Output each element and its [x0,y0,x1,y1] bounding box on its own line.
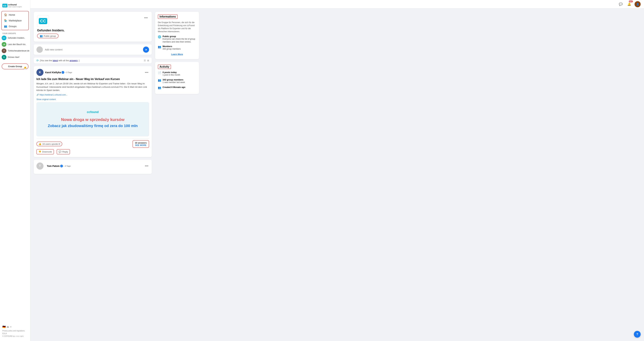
new-post-area: ➤ [34,44,152,55]
notice-answers-link[interactable]: answers [70,59,78,62]
informations-card: Informations Die Gruppe für Personen, di… [155,12,199,59]
messages-button[interactable]: 💬 [618,1,624,7]
verified-icon-2: ✓ [60,165,63,167]
main-content: CC ••• Gefunden Insiders. 👥 Public group… [30,9,266,341]
answers-section: 10 answers SEE MORE [132,140,149,148]
reply-button[interactable]: 💬 Reply [57,149,70,154]
sidebar-group-bauch[interactable]: LB Lass den Bauch los. [0,41,30,48]
people-icon: 👥 [158,79,161,82]
post-submit-button[interactable]: ➤ [143,47,149,53]
activity-posts-row: 📄 0 posts today 1 post in this month [158,71,196,77]
members-count: 343 group members [162,48,180,51]
nav-marketplace-label: Marketplace [9,19,22,22]
language-label: de [7,326,9,328]
nav-home[interactable]: 🏠 Home [2,12,28,18]
author-avatar-1: K [36,69,44,76]
author-name-2: Tom Patom ✓ • 4 Tage [47,165,71,167]
public-group-icon: 👥 [40,35,43,37]
nav-home-label: Home [9,14,15,16]
posts-month: 1 post in this month [162,74,180,77]
group-avatar-gefunden: CC [2,36,6,40]
public-group-badge[interactable]: 👥 Public group [37,34,58,38]
post2-time-sep: • [64,165,64,167]
reply-icon: 💬 [59,151,62,153]
user-avatar[interactable]: 👤 [634,1,641,7]
downvote-label: Downvote [42,151,52,153]
sidebar-group-gefunden[interactable]: CC Gefunden Insiders. [0,35,30,41]
nav-groups[interactable]: 👥 Groups [2,24,28,29]
downvote-button[interactable]: 👎 Downvote [36,149,54,154]
public-label: Public group [162,35,196,38]
public-group-row: 🌐 Public group Everyone can check the li… [158,35,196,43]
post-time-1: 3 Tage [66,71,72,73]
create-group-label: Create Group [8,65,22,68]
posts-today: 0 posts today [162,71,180,74]
language-selector[interactable]: 🇩🇪 de ▼ [2,325,28,328]
current-user-avatar [36,46,43,53]
user-avatar-icon: 👤 [636,3,639,6]
bell-icon: 🔔 [627,2,631,6]
nav-marketplace[interactable]: 🏪 Marketplace [2,18,28,24]
post-author-info: K Karol Kieltyka ✓ • 3 Tage [36,69,72,76]
post-title-1: Ich lade Sie zum Webinar ein - Neuer Weg… [36,78,149,81]
post-card-2: T Tom Patom ✓ • 4 Tage ••• [34,160,152,174]
preview-logo: ccfound [87,110,99,114]
upvote-section: 👍 16 users upvote it! 10 answers SEE MOR… [36,140,149,148]
preview-title: Nowa droga w sprzedaży kursów [61,117,124,122]
notification-badge: 999+ [629,1,633,2]
marketplace-icon: 🏪 [4,19,7,22]
help-button[interactable]: ? [634,331,641,338]
reply-label: Reply [62,151,68,153]
post-actions-1: 👍 16 users upvote it! 10 answers SEE MOR… [36,138,149,154]
list-view-icon[interactable]: ☰ [144,59,146,62]
downvote-icon: 👎 [38,151,41,153]
group-logo-cc: CC [39,18,48,24]
footer-eula[interactable]: EULA [2,332,28,335]
feed-area: CC ••• Gefunden Insiders. 👥 Public group… [34,12,152,338]
post-link-1[interactable]: 🔗 https://webinar1.ccfound.com... [36,94,149,96]
group-options-button[interactable]: ••• [144,15,148,21]
create-group-emoji: 🐣 [24,67,27,70]
post-options-1[interactable]: ••• [144,70,149,75]
groups-icon: 👥 [4,25,7,28]
nav-groups-label: Groups [9,25,16,28]
logo-cc: cc [2,4,8,8]
notice-actions: ☰ ⊞ [144,59,149,62]
sidebar: cc ccfound brain search engine 🏠 Home 🏪 … [0,0,30,341]
show-original-btn[interactable]: Show original content [36,98,56,101]
activity-created-row: 👥 Created 8 Monate ago [158,86,196,89]
post-options-2[interactable]: ••• [144,163,149,169]
see-more-button[interactable]: SEE MORE [135,144,146,146]
globe-icon: 🌐 [158,35,161,39]
logo-area: cc ccfound brain search engine [0,2,30,10]
group-label-bauch: Lass den Bauch los. [8,43,26,46]
logo-tagline: brain search engine [8,6,22,8]
members-label: Members [162,45,180,48]
latest-notice: ⟳ [You see the latest with all the answe… [34,58,152,64]
preview-image-1: ccfound Nowa droga w sprzedaży kursów Zo… [36,102,149,136]
flag-icon: 🇩🇪 [2,325,6,328]
grid-view-icon[interactable]: ⊞ [147,59,149,62]
public-desc: Everyone can check the list of group mem… [162,38,196,43]
new-post-input[interactable] [45,48,141,51]
activity-members-row: 👥 343 group members 1 new member last we… [158,79,196,84]
sidebar-group-tuerkisch[interactable]: T Türkischesabenteuer.de [0,48,30,54]
preview-card-1: ccfound Nowa droga w sprzedaży kursów Zo… [36,102,149,136]
notice-latest-link[interactable]: latest [52,59,58,62]
group-label-hanf: Grünes Hanf [8,56,19,58]
action-buttons: 👎 Downvote 💬 Reply [36,149,149,154]
learn-more-button[interactable]: Learn More [158,52,196,57]
group-name: Gefunden Insiders. [37,29,148,32]
post-time-2: 4 Tage [65,165,71,167]
answers-count: 10 answers [135,142,147,144]
notifications-wrapper: 🔔 999+ [626,1,632,7]
group-avatar-tuerkisch: T [2,49,6,53]
create-group-button[interactable]: Create Group 🐣 [2,64,28,69]
footer-privacy[interactable]: Privacy policy and regulations [2,329,28,332]
activity-members-count: 343 group members [162,79,185,81]
nav-section: 🏠 Home 🏪 Marketplace 👥 Groups [1,11,29,30]
members-row: 👥 Members 343 group members [158,45,196,51]
sidebar-group-hanf[interactable]: G Grünes Hanf [0,54,30,60]
footer-links: Privacy policy and regulations EULA © CC… [2,329,28,338]
group-avatar-bauch: LB [2,42,6,47]
